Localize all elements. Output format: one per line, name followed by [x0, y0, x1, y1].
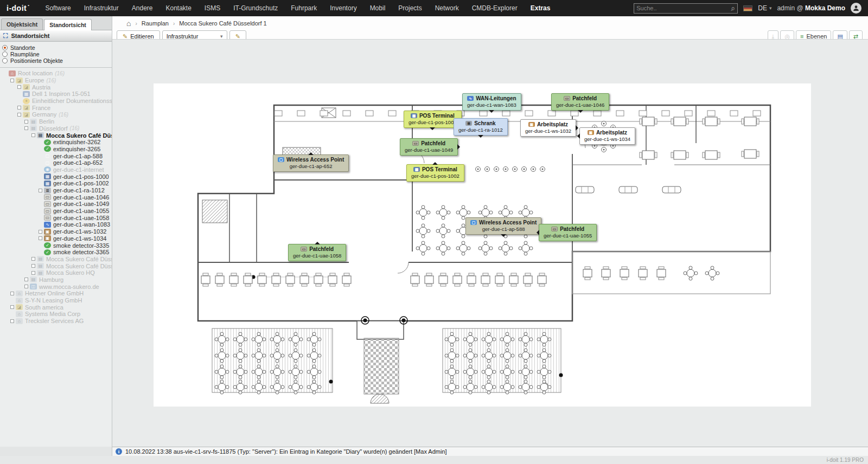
tree-item-d-sseldorf[interactable]: ▤Düsseldorf(16) [0, 125, 112, 132]
tree-item-ger-due-c1-internet[interactable]: ◉ger-due-c1-internet [0, 166, 112, 173]
tree-item-ger-due-c1-uae-1049[interactable]: ▭ger-due-c1-uae-1049 [0, 201, 112, 208]
tree-item-systems-media-corp[interactable]: ⌂Systems Media Corp [0, 311, 112, 318]
tree-item-south-america[interactable]: ◪South america [0, 304, 112, 311]
tree-expander[interactable] [10, 79, 14, 82]
nav-item-extras[interactable]: Extras [524, 0, 557, 16]
plan-label-ger-due-c1-ap-652[interactable]: ▢Wireless Access Pointger-due-c1-ap-652 [273, 154, 349, 172]
nav-item-andere[interactable]: Andere [125, 0, 159, 16]
tree-item-extinquisher-3262[interactable]: ✓extinquisher-3262 [0, 139, 112, 146]
plan-label-ger-due-c1-ws-1032[interactable]: ▣Arbeitsplatzger-due-c1-ws-1032 [520, 119, 576, 137]
nav-item-software[interactable]: Software [39, 0, 77, 16]
nav-item-inventory[interactable]: Inventory [323, 0, 363, 16]
plan-label-ger-due-c1-ap-588[interactable]: ▢Wireless Access Pointger-due-c1-ap-588 [465, 217, 541, 235]
radio-standorte[interactable]: Standorte [2, 44, 108, 51]
zoom-button[interactable]: ◎ [780, 30, 794, 39]
user-label[interactable]: admin @ Mokka Demo [777, 4, 845, 12]
tree-expander[interactable] [10, 305, 14, 309]
sidebar-tab-objektsicht[interactable]: Objektsicht [1, 18, 43, 30]
search-icon[interactable]: ⌕ [731, 4, 735, 12]
plan-canvas[interactable]: ∿WAN-Leitungenger-due-c1-wan-1083▭Patchf… [112, 39, 868, 447]
radio-icon[interactable] [2, 45, 8, 50]
tree-item-trecksler-services-ag[interactable]: ⌂Trecksler Services AG [0, 318, 112, 325]
radio-icon[interactable] [2, 58, 8, 63]
tree-item-ger-due-c1-uae-1055[interactable]: ▭ger-due-c1-uae-1055 [0, 208, 112, 215]
nav-item-fuhrpark[interactable]: Fuhrpark [284, 0, 323, 16]
edit-button[interactable]: ✎ Editieren [117, 30, 160, 39]
tree-expander[interactable] [24, 126, 28, 130]
plan-label-ger-due-c1-uae-1058[interactable]: ▭Patchfeldger-due-c1-uae-1058 [288, 244, 346, 261]
nav-item-mobil[interactable]: Mobil [363, 0, 392, 16]
tree-expander[interactable] [17, 85, 21, 89]
tree-item-root-location[interactable]: ⌂Root location(16) [0, 70, 112, 77]
tree-item-dell-1-inspiron-15-051[interactable]: ▦Dell 1 Inspiron 15-051 [0, 91, 112, 98]
tree-expander[interactable] [17, 106, 21, 109]
tree-expander[interactable] [24, 278, 28, 281]
tree-expander[interactable] [31, 133, 35, 137]
plan-label-ger-due-c1-uae-1049[interactable]: ▭Patchfeldger-due-c1-uae-1049 [400, 138, 458, 156]
tree-expander[interactable] [10, 319, 14, 323]
nav-item-projects[interactable]: Projects [392, 0, 428, 16]
tree-expander[interactable] [17, 113, 21, 117]
nav-item-infrastruktur[interactable]: Infrastruktur [78, 0, 125, 16]
tree-item-ger-due-c1-uae-1046[interactable]: ▭ger-due-c1-uae-1046 [0, 194, 112, 201]
nav-item-cmdb-explorer[interactable]: CMDB-Explorer [465, 0, 524, 16]
tree-item-s-y-n-leasing-gmbh[interactable]: ⌂S-Y-N Leasing GmbH [0, 297, 112, 304]
tree-item-ger-due-c1-pos-1002[interactable]: ▦ger-due-c1-pos-1002 [0, 180, 112, 187]
tree-expander[interactable] [31, 271, 35, 275]
tree-item-berlin[interactable]: ▤Berlin [0, 118, 112, 125]
tree-item-ger-due-c1-ap-652[interactable]: ▢ger-due-c1-ap-652 [0, 159, 112, 166]
tree-expander[interactable] [39, 189, 42, 192]
tree-item-mocca-sukero-caf-d-sseldo-[interactable]: ▤Mocca Sukero Café Düsseldo... [0, 132, 112, 139]
tree-item-ger-due-c1-ws-1032[interactable]: ▣ger-due-c1-ws-1032 [0, 228, 112, 235]
tree-item-austria[interactable]: ◪Austria [0, 83, 112, 91]
tree-expander[interactable] [10, 292, 14, 295]
tree-item-mocca-sukero-caf-d-sseldorf-2[interactable]: ▤Mocca Sukero Café Düsseldorf 2 [0, 256, 112, 263]
radio-icon[interactable] [2, 51, 8, 57]
draw-button[interactable]: ✎ [229, 30, 246, 39]
tree-expander[interactable] [39, 230, 42, 234]
breadcrumb-raumplan[interactable]: Raumplan [142, 20, 169, 27]
tree-item-smoke-detector-3335[interactable]: ✓smoke detector-3335 [0, 242, 112, 249]
plan-label-ger-due-c1-uae-1046[interactable]: ▭Patchfeldger-due-c1-uae-1046 [551, 93, 609, 111]
nav-item-isms[interactable]: ISMS [198, 0, 227, 16]
plan-label-ger-due-c1-ra-1012[interactable]: ≣Schrankger-due-c1-ra-1012 [454, 118, 508, 136]
breadcrumb-room[interactable]: Mocca Sukero Café Düsseldorf 1 [179, 20, 266, 27]
tree-item-ger-due-c1-ap-588[interactable]: ▢ger-due-c1-ap-588 [0, 152, 112, 159]
plan-label-ger-due-c1-uae-1055[interactable]: ▭Patchfeldger-due-c1-uae-1055 [539, 224, 597, 241]
category-select[interactable]: Infrastruktur ▾ [162, 30, 227, 39]
tree-item-hetzner-online-gmbh[interactable]: ⌂Hetzner Online GmbH [0, 290, 112, 297]
plan-label-ger-due-c1-wan-1083[interactable]: ∿WAN-Leitungenger-due-c1-wan-1083 [462, 93, 521, 111]
nav-item-network[interactable]: Network [429, 0, 465, 16]
tree-expander[interactable] [24, 285, 28, 288]
tree-item-hamburg[interactable]: ▤Hamburg [0, 276, 112, 283]
tree-expander[interactable] [31, 264, 35, 268]
tree-item-ger-due-c1-ws-1034[interactable]: ▣ger-due-c1-ws-1034 [0, 235, 112, 242]
tree-item-mocca-sukero-hq[interactable]: ▤Mocca Sukero HQ [0, 269, 112, 276]
tree-item-smoke-detector-3365[interactable]: ✓smoke detector-3365 [0, 249, 112, 256]
tree-item-www-mocca-sukero-de[interactable]: ◫www.mocca-sukero.de [0, 283, 112, 290]
tree-item-ger-due-c1-uae-1058[interactable]: ▭ger-due-c1-uae-1058 [0, 214, 112, 221]
home-icon[interactable]: ⌂ [126, 20, 131, 27]
export-button[interactable]: ⤓ [768, 30, 779, 39]
plan-label-ger-due-c1-pos-1000[interactable]: ▦POS Terminalger-due-c1-pos-1000 [404, 111, 462, 128]
tree-item-germany[interactable]: ◪Germany(16) [0, 111, 112, 118]
tree-item-extinquisher-3265[interactable]: ✓extinquisher-3265 [0, 146, 112, 153]
tree-expander[interactable] [31, 257, 35, 261]
search-input[interactable] [636, 5, 731, 11]
user-avatar-icon[interactable] [851, 3, 861, 14]
layers-button[interactable]: ≡ Ebenen [796, 30, 831, 39]
tree-item-france[interactable]: ◪France [0, 104, 112, 111]
tree-item-europe[interactable]: ◪Europe(16) [0, 77, 112, 84]
tree-expander[interactable] [39, 236, 42, 240]
language-selector[interactable]: DE ▾ [758, 4, 771, 12]
tree-item-ger-due-c1-wan-1083[interactable]: ∿ger-due-c1-wan-1083 [0, 221, 112, 228]
tree-expander[interactable] [24, 120, 28, 124]
nav-item-it-grundschutz[interactable]: IT-Grundschutz [227, 0, 284, 16]
tree-item-ger-due-c1-ra-1012[interactable]: ≣ger-due-c1-ra-1012 [0, 187, 112, 194]
plan-label-ger-due-c1-pos-1002[interactable]: ▦POS Terminalger-due-c1-pos-1002 [406, 164, 464, 182]
tree-item-ger-due-c1-pos-1000[interactable]: ▦ger-due-c1-pos-1000 [0, 173, 112, 180]
app-logo[interactable]: i-doit [0, 4, 39, 12]
radio-raumpläne[interactable]: Raumpläne [2, 51, 108, 57]
print-button[interactable]: ▤ [833, 30, 847, 39]
tree-item-einheitlicher-dokumentationsstandard[interactable]: ✦Einheitlicher Dokumentationsstandard [0, 98, 112, 105]
